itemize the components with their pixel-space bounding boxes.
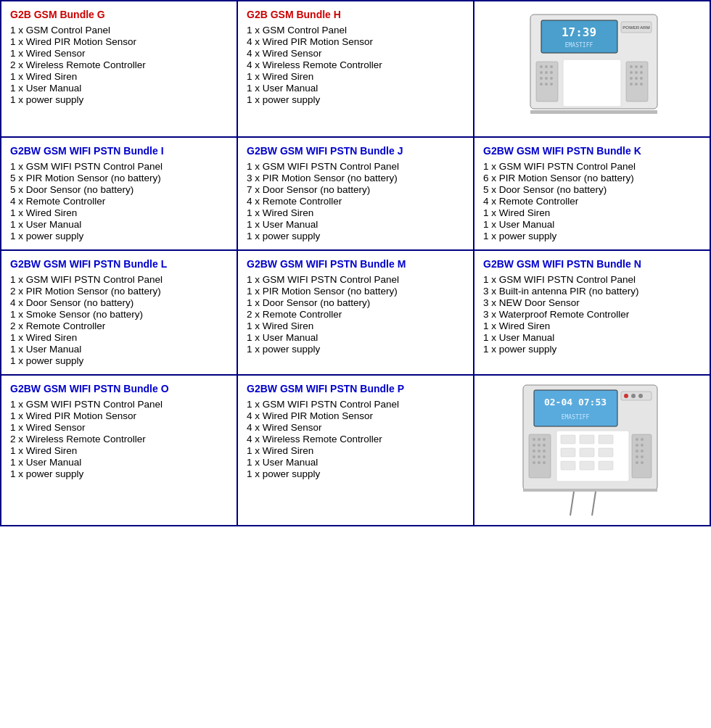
list-item: 1 x GSM WIFI PSTN Control Panel: [10, 274, 228, 285]
svg-point-69: [636, 438, 638, 441]
svg-rect-67: [599, 461, 613, 470]
list-item: 4 x Remote Controller: [247, 196, 464, 207]
cell-g2bw-j: G2BW GSM WIFI PSTN Bundle J1 x GSM WIFI …: [238, 138, 474, 251]
list-item: 1 x Wired Siren: [247, 445, 464, 456]
list-item: 1 x Door Sensor (no battery): [247, 297, 464, 308]
svg-point-51: [543, 450, 546, 452]
svg-point-26: [640, 71, 643, 74]
list-item: 1 x User Manual: [483, 332, 701, 343]
list-item: 4 x Door Sensor (no battery): [10, 297, 228, 308]
list-item: 1 x Wired Siren: [247, 207, 464, 218]
list-item: 1 x Wired Siren: [10, 332, 228, 343]
list-item: 5 x Door Sensor (no battery): [483, 184, 701, 195]
list-item: 1 x User Manual: [10, 457, 228, 468]
svg-text:17:39: 17:39: [562, 25, 596, 39]
svg-point-46: [533, 444, 535, 447]
list-item: 1 x Wired Siren: [247, 71, 464, 82]
list-item: 1 x power supply: [10, 355, 228, 366]
svg-point-25: [635, 71, 638, 74]
cell-g2bw-n: G2BW GSM WIFI PSTN Bundle N1 x GSM WIFI …: [474, 251, 711, 376]
list-item: 1 x power supply: [10, 94, 228, 105]
list-item: 1 x power supply: [247, 231, 464, 241]
svg-line-81: [592, 492, 596, 516]
cell-device-image-2: 02-04 07:53 EMASTIFF: [474, 376, 711, 526]
svg-point-72: [641, 444, 644, 447]
cell-title-g2b-h: G2B GSM Bundle H: [247, 9, 464, 20]
list-item: 1 x PIR Motion Sensor (no battery): [247, 286, 464, 297]
svg-rect-61: [599, 435, 613, 444]
svg-rect-79: [523, 489, 657, 492]
svg-point-52: [533, 455, 535, 458]
cell-title-g2bw-k: G2BW GSM WIFI PSTN Bundle K: [483, 145, 701, 157]
svg-point-14: [545, 77, 548, 80]
list-item: 7 x Door Sensor (no battery): [247, 184, 464, 195]
list-item: 1 x power supply: [483, 231, 701, 241]
list-item: 6 x PIR Motion Sensor (no battery): [483, 173, 701, 183]
list-item: 4 x Remote Controller: [10, 196, 228, 207]
svg-point-23: [640, 65, 643, 68]
list-item: 1 x Wired Siren: [483, 320, 701, 331]
svg-point-40: [631, 394, 636, 398]
cell-title-g2bw-n: G2BW GSM WIFI PSTN Bundle N: [483, 258, 701, 270]
svg-point-27: [630, 77, 633, 80]
svg-point-47: [538, 444, 541, 447]
svg-point-28: [635, 77, 638, 80]
list-item: 2 x PIR Motion Sensor (no battery): [10, 286, 228, 297]
svg-rect-19: [563, 59, 621, 107]
list-item: 5 x PIR Motion Sensor (no battery): [10, 173, 228, 183]
svg-point-71: [636, 444, 638, 447]
cell-title-g2b-g: G2B GSM Bundle G: [10, 9, 228, 20]
svg-text:EMASTIFF: EMASTIFF: [565, 42, 593, 49]
svg-rect-59: [561, 435, 575, 444]
svg-point-74: [641, 450, 644, 452]
list-item: 1 x power supply: [10, 468, 228, 479]
svg-point-73: [636, 450, 638, 452]
svg-rect-60: [580, 435, 594, 444]
svg-point-32: [640, 83, 643, 86]
cell-title-g2bw-p: G2BW GSM WIFI PSTN Bundle P: [247, 383, 464, 394]
svg-point-9: [550, 65, 553, 68]
svg-point-55: [533, 461, 535, 464]
svg-rect-66: [580, 461, 594, 470]
svg-point-70: [641, 438, 644, 441]
list-item: 1 x User Manual: [483, 219, 701, 230]
svg-point-10: [540, 71, 543, 74]
svg-point-49: [533, 450, 535, 452]
list-item: 2 x Remote Controller: [10, 320, 228, 331]
svg-point-18: [550, 83, 553, 86]
svg-point-44: [538, 438, 541, 441]
cell-g2bw-p: G2BW GSM WIFI PSTN Bundle P1 x GSM WIFI …: [238, 376, 474, 526]
svg-point-12: [550, 71, 553, 74]
svg-point-30: [630, 83, 633, 86]
list-item: 3 x NEW Door Sensor: [483, 297, 701, 308]
list-item: 1 x User Manual: [247, 83, 464, 94]
list-item: 4 x Wired Sensor: [247, 48, 464, 59]
list-item: 1 x Wired Siren: [10, 207, 228, 218]
list-item: 1 x power supply: [10, 231, 228, 241]
list-item: 1 x Wired Siren: [10, 445, 228, 456]
list-item: 1 x GSM WIFI PSTN Control Panel: [247, 274, 464, 285]
cell-title-g2bw-o: G2BW GSM WIFI PSTN Bundle O: [10, 383, 228, 394]
list-item: 1 x Wired PIR Motion Sensor: [10, 36, 228, 47]
svg-point-21: [630, 65, 633, 68]
svg-rect-33: [530, 110, 657, 114]
list-item: 1 x User Manual: [247, 219, 464, 230]
list-item: 1 x Wired Siren: [247, 320, 464, 331]
list-item: 4 x Wireless Remote Controller: [247, 59, 464, 70]
list-item: 3 x Waterproof Remote Controller: [483, 309, 701, 320]
svg-point-54: [543, 455, 546, 458]
list-item: 1 x User Manual: [10, 83, 228, 94]
svg-point-39: [624, 394, 628, 398]
cell-device-image-1: 17:39 EMASTIFF POWER ARM: [474, 1, 711, 138]
list-item: 4 x Wired PIR Motion Sensor: [247, 410, 464, 421]
svg-point-31: [635, 83, 638, 86]
svg-point-56: [538, 461, 541, 464]
list-item: 4 x Wireless Remote Controller: [247, 434, 464, 444]
list-item: 1 x Wired Sensor: [10, 422, 228, 433]
list-item: 3 x PIR Motion Sensor (no battery): [247, 173, 464, 183]
list-item: 1 x GSM WIFI PSTN Control Panel: [247, 161, 464, 172]
cell-title-g2bw-l: G2BW GSM WIFI PSTN Bundle L: [10, 258, 228, 270]
cell-g2b-h: G2B GSM Bundle H1 x GSM Control Panel4 x…: [238, 1, 474, 138]
list-item: 1 x Smoke Sensor (no battery): [10, 309, 228, 320]
list-item: 2 x Wireless Remote Controller: [10, 434, 228, 444]
